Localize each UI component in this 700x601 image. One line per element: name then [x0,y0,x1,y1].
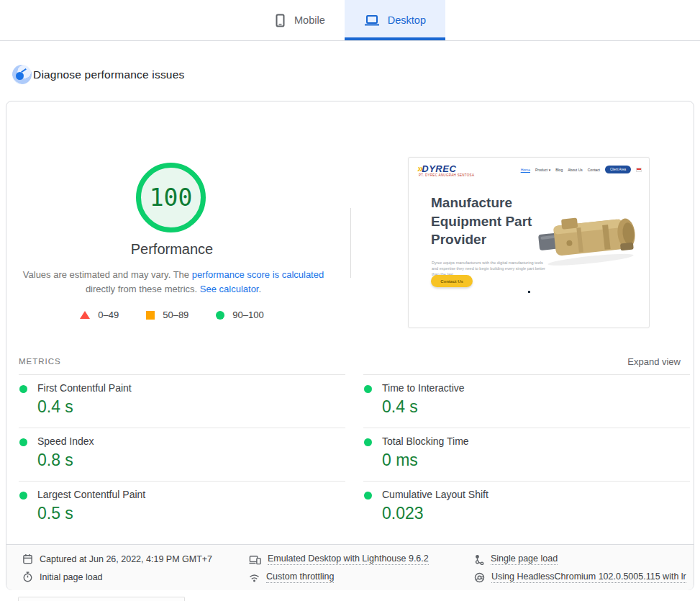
pass-dot-icon [364,438,372,446]
pass-circle-icon [216,311,224,320]
site-heading-line3: Provider [431,230,532,249]
chrome-logo-icon [474,572,485,583]
tab-mobile[interactable]: Mobile [255,0,345,40]
site-nav-home: Home [521,168,530,172]
metrics-column-right: Time to Interactive 0.4 s Total Blocking… [363,374,690,534]
pass-dot-icon [364,385,372,393]
score-disclaimer: Values are estimated and may vary. The p… [21,268,326,297]
emulated-device-text: Emulated Desktop with Lighthouse 9.6.2 [268,553,429,565]
site-contact-us-button: Contact Us [431,275,473,287]
captured-at: Captured at Jun 26, 2022, 4:19 PM GMT+7 [22,553,212,564]
metric-value: 0.5 s [37,504,345,523]
carousel-dot [528,291,530,293]
metric-first-contentful-paint: First Contentful Paint 0.4 s [19,374,345,428]
site-tagline: PT. DYREC ANUGRAH SENTOSA [419,173,474,177]
next-section-cutoff [18,597,185,601]
metric-cumulative-layout-shift: Cumulative Layout Shift 0.023 [363,481,690,534]
tab-desktop-label: Desktop [388,14,426,26]
emulated-device: Emulated Desktop with Lighthouse 9.6.2 [249,553,429,565]
site-logo-text: DYREC [422,163,456,174]
metric-largest-contentful-paint: Largest Contentful Paint 0.5 s [19,481,345,534]
legend-average: 50–89 [146,309,188,320]
site-header: »DYREC PT. DYREC ANUGRAH SENTOSA Home Pr… [409,158,649,179]
page-load-type: Single page load [474,553,558,565]
metric-value: 0 ms [382,451,690,470]
device-tabbar: Mobile Desktop [0,0,700,41]
indonesia-flag-icon [636,168,642,172]
fail-triangle-icon [80,311,90,319]
site-heading-line1: Manufacture [431,194,532,212]
pass-dot-icon [19,492,27,500]
metric-total-blocking-time: Total Blocking Time 0 ms [363,428,690,481]
site-hero-heading: Manufacture Equipment Part Provider [431,194,532,249]
metric-label: Total Blocking Time [382,435,690,447]
metric-time-to-interactive: Time to Interactive 0.4 s [363,374,690,428]
speed-gauge-icon [12,65,32,84]
graph-nodes-icon [474,554,484,565]
metric-label: Cumulative Layout Shift [382,489,690,500]
expand-view-button[interactable]: Expand view [627,356,681,367]
disclaimer-text-3: . [258,284,261,294]
score-legend: 0–49 50–89 90–100 [6,309,337,320]
metric-label: First Contentful Paint [37,382,345,394]
metric-label: Speed Index [37,435,345,447]
desktop-laptop-icon [364,14,380,27]
metric-speed-index: Speed Index 0.8 s [19,428,345,481]
score-calculated-link[interactable]: performance score is calculated [192,269,324,280]
performance-score-gauge[interactable]: 100 [136,163,206,232]
initial-page-load: Initial page load [22,571,103,582]
tab-desktop[interactable]: Desktop [345,0,445,40]
site-nav: Home Product ▾ Blog About Us Contact Cli… [521,166,642,173]
browser-version-text: Using HeadlessChromium 102.0.5005.115 wi… [491,571,686,583]
see-calculator-link[interactable]: See calculator [200,284,259,294]
captured-at-text: Captured at Jun 26, 2022, 4:19 PM GMT+7 [40,554,212,564]
site-nav-blog: Blog [555,168,563,172]
legend-pass-range: 90–100 [232,309,263,320]
page-screenshot-thumbnail: »DYREC PT. DYREC ANUGRAH SENTOSA Home Pr… [408,157,650,328]
disclaimer-text-2: directly from these metrics. [86,284,200,294]
tab-mobile-label: Mobile [294,14,325,26]
performance-report-card: 100 Performance Values are estimated and… [6,101,694,590]
average-square-icon [146,311,155,320]
disclaimer-text-1: Values are estimated and may vary. The [23,269,192,280]
throttling-text: Custom throttling [266,571,334,583]
stopwatch-icon [22,571,33,582]
pass-dot-icon [19,438,27,446]
pass-dot-icon [364,492,372,500]
metric-value: 0.4 s [382,397,690,417]
legend-fail: 0–49 [80,309,119,320]
site-nav-product: Product ▾ [535,168,550,172]
metric-value: 0.8 s [37,451,345,470]
page-load-type-text: Single page load [491,553,558,565]
devices-icon [249,554,261,565]
performance-gauge-label: Performance [6,241,337,258]
network-signal-icon [249,573,260,582]
site-nav-about: About Us [568,168,583,172]
site-nav-contact: Contact [588,168,600,172]
metric-label: Time to Interactive [382,382,690,394]
legend-pass: 90–100 [216,309,263,320]
metric-value: 0.023 [382,504,690,523]
pass-dot-icon [19,385,27,393]
site-logo: »DYREC [417,163,456,174]
calendar-icon [22,553,33,564]
legend-average-range: 50–89 [163,309,188,320]
site-client-area-button: Client Area [605,166,631,173]
vertical-divider [350,208,351,278]
metrics-heading: METRICS [19,357,61,366]
mobile-phone-icon [274,14,286,27]
section-title: Diagnose performance issues [33,68,184,81]
metric-label: Largest Contentful Paint [37,489,345,500]
metric-value: 0.4 s [37,397,345,417]
site-heading-line2: Equipment Part [431,212,532,231]
browser-version: Using HeadlessChromium 102.0.5005.115 wi… [474,571,690,583]
legend-fail-range: 0–49 [98,309,119,320]
metrics-column-left: First Contentful Paint 0.4 s Speed Index… [19,374,345,534]
performance-score-value: 100 [150,184,193,212]
runtime-settings-footer: Captured at Jun 26, 2022, 4:19 PM GMT+7 … [6,544,694,590]
initial-page-load-text: Initial page load [40,572,103,582]
throttling: Custom throttling [249,571,334,583]
